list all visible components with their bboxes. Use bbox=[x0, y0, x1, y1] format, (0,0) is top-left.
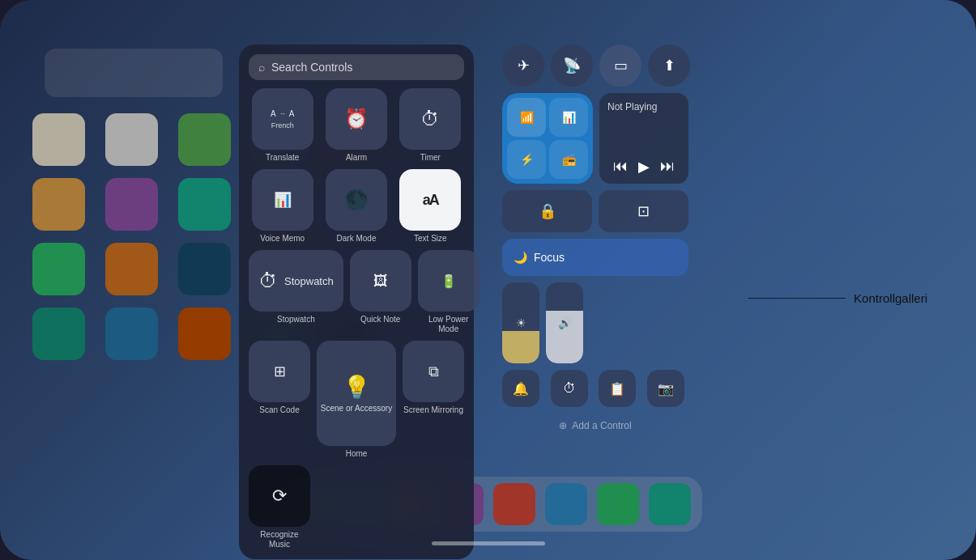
notes-icon: 📋 bbox=[609, 381, 625, 397]
alarm-icon: ⏰ bbox=[344, 108, 369, 130]
network-group: 📶 📊 ⚡ 📻 bbox=[502, 93, 593, 184]
text-size-label: Text Size bbox=[414, 234, 447, 244]
dark-mode-icon: 🌑 bbox=[344, 189, 369, 211]
scan-code-label: Scan Code bbox=[259, 405, 299, 415]
control-center-right-panel: ✈ 📡 ▭ ⬆ 📶 📊 bbox=[502, 45, 688, 438]
brightness-slider[interactable]: ☀ bbox=[502, 282, 539, 363]
voice-memo-button[interactable]: 📊 bbox=[252, 169, 313, 231]
stopwatch-text: Stopwatch bbox=[284, 275, 334, 287]
sliders-row: ☀ 🔊 bbox=[502, 282, 688, 363]
annotation: Kontrollgalleri bbox=[748, 291, 927, 305]
airdrop-button[interactable]: 📻 bbox=[549, 140, 588, 179]
camera-icon: 📷 bbox=[658, 381, 674, 397]
voice-memo-label: Voice Memo bbox=[260, 234, 305, 244]
scan-code-icon: ⊞ bbox=[274, 363, 286, 380]
recognize-music-icon: ⟳ bbox=[272, 486, 287, 507]
search-icon: ⌕ bbox=[258, 61, 265, 74]
annotation-line bbox=[748, 298, 846, 299]
cellular-button[interactable]: 📊 bbox=[549, 98, 588, 137]
dark-mode-label: Dark Mode bbox=[337, 234, 377, 244]
brightness-icon: ☀ bbox=[516, 316, 526, 329]
bottom-buttons-row: 🔔 ⏱ 📋 📷 bbox=[502, 370, 688, 407]
control-center-overlay bbox=[0, 0, 976, 560]
focus-label: Focus bbox=[534, 251, 565, 264]
timer-control-item: ⏱ Timer bbox=[397, 88, 464, 163]
translate-label: Translate bbox=[266, 153, 299, 163]
alarm-button[interactable]: ⏰ bbox=[326, 88, 387, 150]
search-bar-label: Search Controls bbox=[271, 61, 352, 74]
home-sublabel: Scene or Accessory bbox=[321, 404, 392, 413]
dark-mode-button[interactable]: 🌑 bbox=[326, 169, 387, 231]
low-power-control-item: 🔋 Low Power Mode bbox=[418, 250, 479, 334]
bell-icon: 🔔 bbox=[513, 381, 529, 397]
prev-button[interactable]: ⏮ bbox=[613, 158, 628, 176]
airplay-button[interactable]: ⬆ bbox=[648, 45, 690, 87]
text-size-control-item: aA Text Size bbox=[397, 169, 464, 244]
home-indicator bbox=[432, 541, 545, 545]
screen-mirroring-control-item: ⧉ Screen Mirroring bbox=[403, 341, 464, 415]
controls-row-2: 📊 Voice Memo 🌑 Dark Mode aA Text bbox=[249, 169, 464, 244]
ipad-background: ⌕ Search Controls A ↔ A French Tr bbox=[0, 0, 976, 560]
screen-mirroring-label: Screen Mirroring bbox=[403, 405, 463, 415]
airplane-button[interactable]: ✈ bbox=[502, 45, 544, 87]
add-control-area[interactable]: ⊕ Add a Control bbox=[502, 414, 688, 438]
timer-button-2[interactable]: ⏱ bbox=[551, 370, 588, 407]
camera-button[interactable]: 📷 bbox=[647, 370, 684, 407]
dark-mode-control-item: 🌑 Dark Mode bbox=[322, 169, 390, 244]
stopwatch-label: Stopwatch bbox=[277, 315, 315, 325]
focus-button[interactable]: 🌙 Focus bbox=[502, 239, 688, 276]
low-power-button[interactable]: 🔋 bbox=[418, 250, 479, 312]
bluetooth-button[interactable]: ⚡ bbox=[507, 140, 546, 179]
add-control-label: Add a Control bbox=[572, 420, 631, 431]
home-icon: 💡 bbox=[343, 374, 371, 401]
media-controls: ⏮ ▶ ⏭ bbox=[607, 158, 680, 176]
timer-button[interactable]: ⏱ bbox=[399, 88, 461, 150]
controls-list: A ↔ A French Translate ⏰ Alarm bbox=[249, 88, 464, 549]
scan-code-button[interactable]: ⊞ bbox=[249, 341, 310, 402]
home-label: Home bbox=[346, 449, 368, 459]
mirror-button[interactable]: ⊡ bbox=[599, 190, 688, 232]
screen-button[interactable]: ▭ bbox=[599, 45, 641, 87]
volume-icon: 🔊 bbox=[558, 316, 572, 329]
recognize-music-label: Recognize Music bbox=[249, 530, 310, 549]
airdrop-icon: 📻 bbox=[562, 153, 576, 166]
media-player: Not Playing ⏮ ▶ ⏭ bbox=[599, 93, 688, 184]
voice-memo-icon: 📊 bbox=[274, 191, 292, 209]
notes-button[interactable]: 📋 bbox=[599, 370, 636, 407]
recognize-music-button[interactable]: ⟳ bbox=[249, 465, 310, 527]
low-power-label: Low Power Mode bbox=[418, 315, 479, 334]
bell-button[interactable]: 🔔 bbox=[502, 370, 539, 407]
play-button[interactable]: ▶ bbox=[638, 158, 650, 176]
cellular-icon: 📊 bbox=[562, 111, 576, 124]
network-media-row: 📶 📊 ⚡ 📻 Not Playing ⏮ ▶ ⏭ bbox=[502, 93, 688, 184]
timer-icon: ⏱ bbox=[420, 108, 440, 130]
lock-icon: 🔒 bbox=[539, 202, 556, 220]
lock-button[interactable]: 🔒 bbox=[502, 190, 592, 232]
lock-mirror-row: 🔒 ⊡ bbox=[502, 190, 688, 232]
text-size-button[interactable]: aA bbox=[399, 169, 461, 231]
controls-row-3: ⏱ Stopwatch Stopwatch 🖼 Quick Note 🔋 bbox=[249, 250, 464, 334]
controls-row-5: ⟳ Recognize Music bbox=[249, 465, 464, 549]
voice-memo-control-item: 📊 Voice Memo bbox=[249, 169, 316, 244]
stopwatch-control-item: ⏱ Stopwatch Stopwatch bbox=[249, 250, 343, 334]
home-control-item: 💡 Scene or Accessory Home bbox=[317, 341, 396, 459]
volume-slider[interactable]: 🔊 bbox=[546, 282, 583, 363]
quick-note-control-item: 🖼 Quick Note bbox=[350, 250, 411, 334]
alarm-label: Alarm bbox=[346, 153, 367, 163]
translate-button[interactable]: A ↔ A French bbox=[252, 88, 313, 150]
quick-note-icon: 🖼 bbox=[373, 273, 388, 290]
mirror-icon: ⊡ bbox=[637, 202, 650, 220]
hotspot-button[interactable]: 📡 bbox=[551, 45, 593, 87]
home-button[interactable]: 💡 Scene or Accessory bbox=[317, 341, 396, 446]
search-bar[interactable]: ⌕ Search Controls bbox=[249, 54, 464, 80]
wifi-button[interactable]: 📶 bbox=[507, 98, 546, 137]
quick-note-button[interactable]: 🖼 bbox=[350, 250, 411, 312]
brightness-fill bbox=[502, 331, 539, 363]
stopwatch-button[interactable]: ⏱ Stopwatch bbox=[249, 250, 343, 312]
screen-mirroring-button[interactable]: ⧉ bbox=[403, 341, 464, 402]
low-power-icon: 🔋 bbox=[441, 274, 457, 289]
media-title: Not Playing bbox=[607, 101, 680, 112]
screen-mirroring-icon: ⧉ bbox=[428, 363, 439, 380]
next-button[interactable]: ⏭ bbox=[660, 158, 675, 176]
alarm-control-item: ⏰ Alarm bbox=[322, 88, 390, 163]
